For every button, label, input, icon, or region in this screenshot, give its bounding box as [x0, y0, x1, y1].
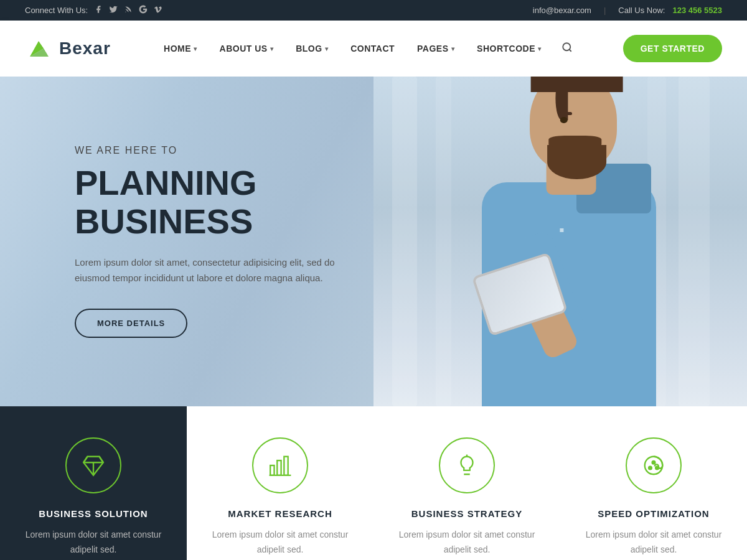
- person-eyebrow: [560, 112, 572, 115]
- card-2-desc: Lorem ipsum dolor sit amet constur adipe…: [205, 528, 355, 558]
- card-3-title: BUSINESS STRATEGY: [411, 508, 522, 519]
- nav-blog-arrow: ▾: [325, 45, 329, 52]
- nav-pages[interactable]: PAGES ▾: [408, 37, 463, 60]
- nav-shortcode-arrow: ▾: [538, 45, 542, 52]
- hero-subtitle: WE ARE HERE TO: [75, 145, 361, 156]
- card-business-strategy: BUSINESS STRATEGY Lorem ipsum dolor sit …: [374, 406, 560, 560]
- card-2-icon-circle: [252, 437, 308, 493]
- svg-point-12: [649, 467, 652, 470]
- person-beard: [547, 145, 606, 179]
- nav-home[interactable]: HOME ▾: [155, 37, 206, 60]
- bar-chart-icon: [268, 454, 292, 477]
- more-details-button[interactable]: MORE DETAILS: [75, 309, 187, 338]
- person-eye: [560, 117, 568, 123]
- hero-description: Lorem ipsum dolor sit amet, consectetur …: [75, 254, 336, 286]
- hero-content: WE ARE HERE TO PLANNING BUSINESS Lorem i…: [0, 145, 361, 337]
- nav-pages-arrow: ▾: [451, 45, 455, 52]
- card-4-icon-circle: [626, 437, 682, 493]
- card-2-title: MARKET RESEARCH: [228, 508, 332, 519]
- shirt-button: [560, 228, 563, 232]
- hero-title: PLANNING BUSINESS: [75, 164, 361, 240]
- google-icon[interactable]: [139, 5, 148, 16]
- top-bar-right: info@bexar.com | Call Us Now: 123 456 55…: [533, 6, 722, 15]
- card-business-solution: BUSINESS SOLUTION Lorem ipsum dolor sit …: [0, 406, 187, 560]
- card-4-desc: Lorem ipsum dolor sit amet constur adipe…: [579, 528, 728, 558]
- social-icons: [94, 5, 162, 16]
- palette-icon: [642, 454, 665, 477]
- card-market-research: MARKET RESEARCH Lorem ipsum dolor sit am…: [187, 406, 374, 560]
- nav-about-arrow: ▾: [270, 45, 274, 52]
- card-4-title: SPEED OPTIMIZATION: [598, 508, 709, 519]
- facebook-icon[interactable]: [94, 5, 103, 16]
- logo[interactable]: Bexar: [25, 35, 111, 63]
- nav-home-arrow: ▾: [194, 45, 197, 52]
- card-speed-optimization: SPEED OPTIMIZATION Lorem ipsum dolor sit…: [560, 406, 747, 560]
- svg-rect-6: [270, 465, 274, 475]
- hero-image-area: [374, 77, 747, 406]
- logo-icon: [25, 35, 53, 63]
- person-mustache: [548, 136, 601, 148]
- nav-blog[interactable]: BLOG ▾: [287, 37, 337, 60]
- nav-about[interactable]: ABOUT US ▾: [211, 37, 283, 60]
- divider: |: [604, 6, 606, 15]
- svg-line-5: [569, 49, 571, 51]
- phone-number: 123 456 5523: [672, 6, 722, 15]
- lightbulb-icon: [455, 454, 479, 477]
- vimeo-icon[interactable]: [154, 5, 162, 16]
- diamond-icon: [82, 454, 105, 477]
- card-1-icon-circle: [65, 437, 121, 493]
- search-icon[interactable]: [555, 35, 579, 62]
- card-1-desc: Lorem ipsum dolor sit amet constur adipe…: [19, 528, 168, 558]
- top-bar-left: Connect With Us:: [25, 5, 162, 16]
- twitter-icon[interactable]: [109, 5, 118, 16]
- nav-contact[interactable]: CONTACT: [342, 37, 403, 60]
- top-bar: Connect With Us: info@bexar.com | Call U…: [0, 0, 747, 21]
- person-hair: [531, 77, 623, 92]
- card-3-icon-circle: [439, 437, 495, 493]
- svg-point-13: [652, 461, 655, 464]
- main-nav: HOME ▾ ABOUT US ▾ BLOG ▾ CONTACT PAGES ▾…: [155, 35, 578, 62]
- connect-label: Connect With Us:: [25, 6, 88, 15]
- card-1-title: BUSINESS SOLUTION: [39, 508, 148, 519]
- svg-point-0: [125, 12, 126, 12]
- svg-point-4: [563, 43, 570, 50]
- get-started-button[interactable]: GET STARTED: [623, 35, 722, 62]
- svg-rect-7: [277, 460, 281, 475]
- header: Bexar HOME ▾ ABOUT US ▾ BLOG ▾ CONTACT P…: [0, 21, 747, 77]
- email: info@bexar.com: [533, 6, 591, 15]
- logo-text: Bexar: [59, 39, 111, 58]
- hero-section: WE ARE HERE TO PLANNING BUSINESS Lorem i…: [0, 77, 747, 406]
- card-3-desc: Lorem ipsum dolor sit amet constur adipe…: [392, 528, 542, 558]
- call-label: Call Us Now:: [618, 6, 665, 15]
- rss-icon[interactable]: [124, 5, 133, 16]
- nav-shortcode[interactable]: SHORTCODE ▾: [468, 37, 550, 60]
- svg-rect-8: [284, 457, 288, 475]
- cards-section: BUSINESS SOLUTION Lorem ipsum dolor sit …: [0, 406, 747, 560]
